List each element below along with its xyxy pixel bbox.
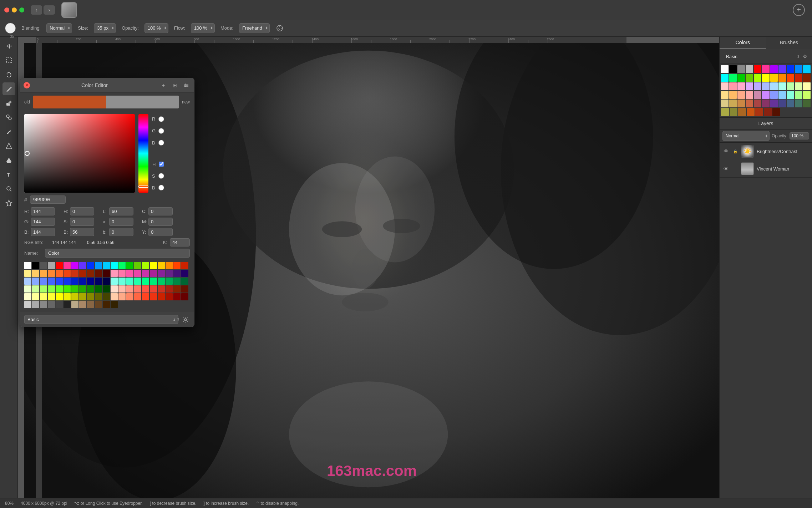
dialog-palette-swatch[interactable] — [103, 262, 110, 269]
color-swatch[interactable] — [778, 91, 786, 99]
dialog-palette-swatch[interactable] — [181, 278, 188, 285]
smudge-tool[interactable] — [2, 125, 15, 138]
dialog-palette-swatch[interactable] — [95, 285, 102, 293]
color-swatch[interactable] — [737, 74, 745, 82]
color-swatch[interactable] — [721, 74, 729, 82]
dialog-palette-swatch[interactable] — [56, 285, 63, 293]
dialog-palette-swatch[interactable] — [64, 278, 71, 285]
color-swatch[interactable] — [754, 65, 761, 73]
b-input[interactable] — [31, 228, 55, 236]
tab-brushes[interactable]: Brushes — [766, 37, 812, 49]
b2-channel-radio[interactable] — [158, 185, 164, 190]
stabilizer-button[interactable] — [275, 24, 284, 32]
dialog-palette-swatch[interactable] — [87, 270, 94, 277]
clone-tool[interactable] — [2, 111, 15, 124]
m-input[interactable] — [148, 218, 173, 226]
dialog-palette-swatch[interactable] — [71, 285, 78, 293]
dialog-palette-swatch[interactable] — [95, 270, 102, 277]
color-gradient-picker[interactable] — [24, 114, 135, 193]
dialog-palette-swatch[interactable] — [142, 262, 149, 269]
dialog-palette-swatch[interactable] — [79, 285, 86, 293]
dialog-palette-swatch[interactable] — [32, 278, 39, 285]
dialog-palette-swatch[interactable] — [56, 301, 63, 308]
color-preset-select[interactable]: Basic — [723, 51, 801, 61]
dialog-palette-swatch[interactable] — [40, 270, 47, 277]
color-swatch[interactable] — [729, 91, 737, 99]
r-channel-radio[interactable] — [158, 116, 164, 122]
color-swatch[interactable] — [803, 82, 811, 90]
color-swatch[interactable] — [770, 65, 778, 73]
dialog-palette-swatch[interactable] — [173, 262, 181, 269]
dialog-palette-swatch[interactable] — [24, 278, 31, 285]
dialog-palette-swatch[interactable] — [118, 285, 126, 293]
fullscreen-button[interactable] — [19, 7, 24, 12]
old-color-preview[interactable] — [33, 96, 106, 108]
dialog-palette-swatch[interactable] — [87, 293, 94, 300]
sharpen-tool[interactable] — [2, 139, 15, 152]
dialog-palette-swatch[interactable] — [103, 270, 110, 277]
settings-button[interactable] — [182, 81, 191, 90]
dialog-palette-swatch[interactable] — [24, 270, 31, 277]
color-swatch[interactable] — [778, 74, 786, 82]
dialog-palette-swatch[interactable] — [126, 278, 133, 285]
favorites-tool[interactable] — [2, 197, 15, 209]
tab-colors[interactable]: Colors — [720, 37, 766, 49]
select-tool[interactable] — [2, 54, 15, 67]
color-swatch[interactable] — [754, 74, 761, 82]
color-swatch[interactable] — [803, 100, 811, 107]
dialog-palette-swatch[interactable] — [79, 262, 86, 269]
dialog-palette-swatch[interactable] — [56, 278, 63, 285]
dialog-palette-swatch[interactable] — [32, 270, 39, 277]
grid-view-button[interactable]: ⊞ — [171, 81, 179, 90]
dialog-palette-swatch[interactable] — [142, 278, 149, 285]
dialog-palette-swatch[interactable] — [134, 270, 141, 277]
dialog-palette-swatch[interactable] — [134, 293, 141, 300]
add-color-button[interactable]: + — [159, 81, 168, 90]
nav-forward-button[interactable]: › — [44, 5, 55, 15]
dialog-palette-swatch[interactable] — [79, 293, 86, 300]
h-input[interactable] — [70, 207, 94, 215]
dialog-palette-swatch[interactable] — [158, 278, 165, 285]
c-input[interactable] — [148, 207, 173, 215]
color-swatch[interactable] — [754, 100, 761, 107]
nav-back-button[interactable]: ‹ — [31, 5, 42, 15]
dialog-palette-swatch[interactable] — [71, 301, 78, 308]
color-swatch[interactable] — [795, 74, 802, 82]
color-swatch[interactable] — [729, 65, 737, 73]
layer-item[interactable]: 👁 🔒 ☀️ Brightness/Contrast — [720, 143, 812, 160]
dialog-palette-swatch[interactable] — [150, 285, 157, 293]
dialog-palette-swatch[interactable] — [32, 262, 39, 269]
dialog-palette-swatch[interactable] — [64, 301, 71, 308]
g-channel-radio[interactable] — [158, 128, 164, 134]
mode-select[interactable]: Freehand — [239, 23, 270, 33]
h-channel-checkbox[interactable] — [159, 162, 164, 167]
color-swatch[interactable] — [754, 82, 761, 90]
g-input[interactable] — [31, 218, 55, 226]
dialog-palette-swatch[interactable] — [64, 293, 71, 300]
s-channel-radio[interactable] — [158, 173, 164, 179]
dialog-palette-swatch[interactable] — [118, 270, 126, 277]
dialog-palette-swatch[interactable] — [48, 262, 55, 269]
color-swatch[interactable] — [721, 65, 729, 73]
dialog-palette-swatch[interactable] — [150, 293, 157, 300]
dialog-palette-swatch[interactable] — [181, 285, 188, 293]
dialog-palette-swatch[interactable] — [142, 270, 149, 277]
color-swatch[interactable] — [778, 65, 786, 73]
dialog-palette-swatch[interactable] — [56, 293, 63, 300]
layer-blending-select[interactable]: Normal — [722, 131, 770, 141]
dialog-close-button[interactable]: ✕ — [24, 82, 30, 88]
dialog-palette-swatch[interactable] — [40, 278, 47, 285]
dialog-palette-swatch[interactable] — [173, 270, 181, 277]
color-swatch[interactable] — [770, 100, 778, 107]
dialog-palette-swatch[interactable] — [24, 293, 31, 300]
zoom-tool[interactable] — [2, 182, 15, 195]
size-select[interactable]: 35 px — [94, 23, 116, 33]
colors-settings-button[interactable]: ⚙ — [801, 53, 808, 60]
layer-visibility-toggle[interactable]: 👁 — [722, 148, 730, 155]
color-swatch[interactable] — [778, 100, 786, 107]
dialog-palette-swatch[interactable] — [158, 293, 165, 300]
dialog-palette-swatch[interactable] — [32, 293, 39, 300]
color-swatch[interactable] — [787, 100, 794, 107]
dialog-palette-swatch[interactable] — [79, 278, 86, 285]
color-swatch[interactable] — [721, 100, 729, 107]
